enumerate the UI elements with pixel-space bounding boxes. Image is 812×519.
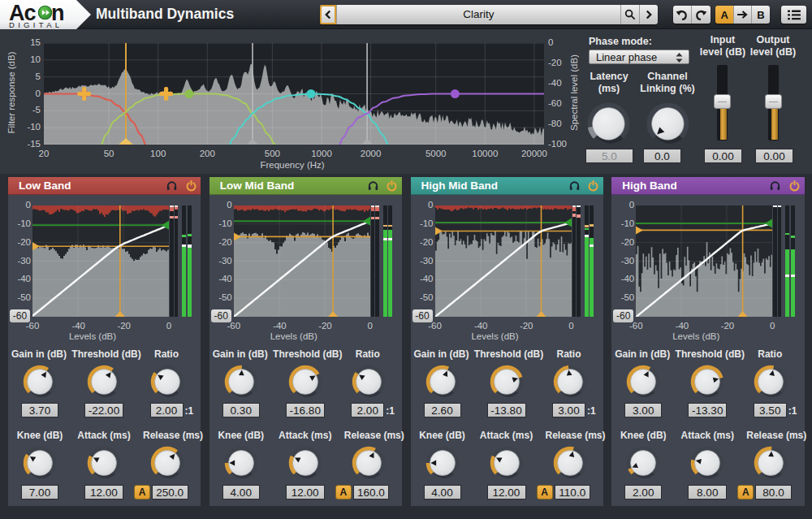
svg-text:DIGITAL: DIGITAL	[9, 20, 63, 29]
